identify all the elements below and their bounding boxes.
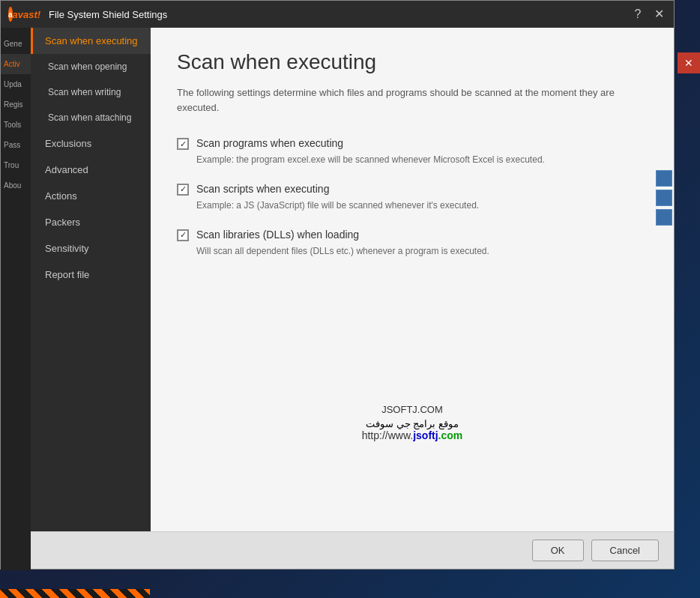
sidebar-label-sensitivity: Sensitivity — [45, 243, 89, 254]
sidebar-item-pass[interactable]: Pass — [1, 135, 31, 155]
option-label-scripts: Scan scripts when executing — [196, 183, 329, 195]
option-label-libraries: Scan libraries (DLLs) when loading — [196, 229, 359, 241]
sidebar-item-activ[interactable]: Activ — [1, 54, 31, 74]
checkbox-scan-scripts[interactable] — [177, 184, 189, 196]
page-title: Scan when executing — [177, 50, 648, 74]
option-desc-scripts: Example: a JS (JavaScript) file will be … — [196, 199, 648, 212]
right-side-btn-1[interactable] — [656, 170, 672, 187]
checkbox-scan-libraries[interactable] — [177, 229, 189, 241]
sidebar-item-upda[interactable]: Upda — [1, 74, 31, 94]
sidebar-label-scan-attaching: Scan when attaching — [48, 112, 131, 123]
title-bar: a avast! File System Shield Settings ? ✕ — [1, 1, 674, 28]
option-group-libraries: Scan libraries (DLLs) when loading Will … — [177, 229, 648, 258]
side-close-button[interactable]: ✕ — [678, 52, 700, 73]
ok-button[interactable]: OK — [532, 540, 584, 561]
sidebar-item-trou[interactable]: Trou — [1, 155, 31, 175]
sidebar-label-scan-opening: Scan when opening — [48, 61, 127, 72]
watermark-arabic: موقع برامج جي سوفت — [362, 418, 463, 429]
right-side-btn-2[interactable] — [656, 190, 672, 206]
hazard-stripe — [0, 589, 150, 598]
sidebar-item-packers[interactable]: Packers — [31, 209, 151, 235]
watermark-green: .com — [438, 429, 463, 441]
sidebar-label-exclusions: Exclusions — [45, 138, 91, 149]
sidebar-item-abou[interactable]: Abou — [1, 175, 31, 196]
page-description: The following settings determine which f… — [177, 85, 648, 115]
sidebar-label-actions: Actions — [45, 190, 77, 202]
sidebar-item-scan-opening[interactable]: Scan when opening — [31, 54, 151, 79]
dialog-body: Gene Activ Upda Regis Tools Pass Trou Ab… — [1, 28, 674, 531]
sidebar-label-advanced: Advanced — [45, 164, 88, 175]
title-bar-logo: a avast! File System Shield Settings — [8, 6, 630, 22]
title-controls: ? ✕ — [630, 8, 666, 20]
option-row-programs: Scan programs when executing — [177, 137, 648, 150]
option-row-libraries: Scan libraries (DLLs) when loading — [177, 229, 648, 241]
watermark-prefix: http://www. — [362, 429, 413, 441]
cancel-button[interactable]: Cancel — [591, 540, 659, 561]
option-label-programs: Scan programs when executing — [196, 137, 343, 149]
watermark-line1: JSOFTJ.COM — [362, 404, 463, 415]
right-side-buttons — [656, 170, 672, 226]
sidebar-item-advanced[interactable]: Advanced — [31, 157, 151, 183]
option-group-programs: Scan programs when executing Example: th… — [177, 137, 648, 166]
checkbox-scan-programs[interactable] — [177, 138, 189, 150]
main-dialog: a avast! File System Shield Settings ? ✕… — [0, 0, 675, 570]
help-button[interactable]: ? — [630, 8, 645, 20]
option-group-scripts: Scan scripts when executing Example: a J… — [177, 183, 648, 212]
sidebar-item-exclusions[interactable]: Exclusions — [31, 130, 151, 157]
sidebar-label-packers: Packers — [45, 217, 80, 228]
sidebar-item-tools[interactable]: Tools — [1, 115, 31, 135]
content-area: Scan when executing The following settin… — [151, 28, 674, 531]
sidebar-item-scan-attaching[interactable]: Scan when attaching — [31, 105, 151, 130]
right-side-btn-3[interactable] — [656, 209, 672, 226]
sidebar-item-regis[interactable]: Regis — [1, 94, 31, 115]
avast-logo: a avast! — [8, 6, 38, 22]
sidebar: Gene Activ Upda Regis Tools Pass Trou Ab… — [1, 28, 151, 531]
option-desc-libraries: Will scan all dependent files (DLLs etc.… — [196, 245, 648, 258]
watermark: JSOFTJ.COM موقع برامج جي سوفت http://www… — [362, 404, 463, 441]
sidebar-label-scan-writing: Scan when writing — [48, 87, 121, 97]
sidebar-item-scan-executing[interactable]: Scan when executing — [31, 28, 151, 54]
sidebar-label-scan-executing: Scan when executing — [45, 35, 138, 46]
sidebar-item-sensitivity[interactable]: Sensitivity — [31, 235, 151, 262]
watermark-blue: jsoftj — [413, 429, 438, 441]
sidebar-item-actions[interactable]: Actions — [31, 183, 151, 209]
sidebar-label-report-file: Report file — [45, 269, 89, 280]
dialog-footer: OK Cancel — [1, 531, 674, 569]
sidebar-item-report-file[interactable]: Report file — [31, 262, 151, 288]
close-button[interactable]: ✕ — [651, 8, 666, 20]
sidebar-item-scan-writing[interactable]: Scan when writing — [31, 79, 151, 105]
sidebar-item-gene[interactable]: Gene — [1, 34, 31, 54]
avast-brand-text: avast! — [13, 9, 41, 20]
option-row-scripts: Scan scripts when executing — [177, 183, 648, 196]
dialog-title: File System Shield Settings — [49, 9, 167, 20]
option-desc-programs: Example: the program excel.exe will be s… — [196, 154, 648, 166]
watermark-line2: http://www.jsoftj.com — [362, 429, 463, 441]
